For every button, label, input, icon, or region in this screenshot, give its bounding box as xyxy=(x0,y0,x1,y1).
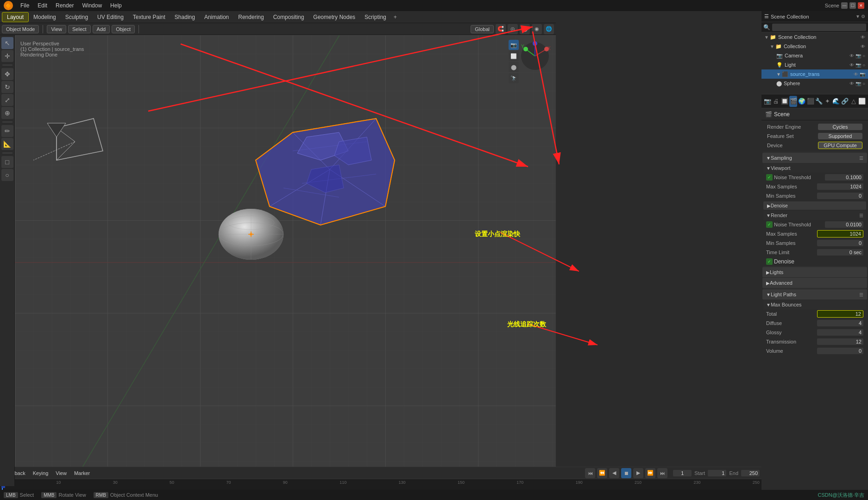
viewport-noise-value[interactable]: 0.1000 xyxy=(825,174,863,181)
diffuse-value[interactable]: 4 xyxy=(817,320,863,326)
view-menu[interactable]: View xyxy=(47,25,66,33)
end-frame-input[interactable]: 250 xyxy=(741,470,760,476)
outliner-item-source-trans[interactable]: ▼ ⬛ source_trans 👁 📷 xyxy=(761,69,868,79)
tab-scripting[interactable]: Scripting xyxy=(360,12,391,22)
prop-tab-world[interactable]: 🌍 xyxy=(798,96,806,107)
outliner-options-button[interactable]: ⚙ xyxy=(861,14,865,19)
outliner-search-input[interactable] xyxy=(772,24,866,31)
total-value[interactable]: 12 xyxy=(817,310,863,318)
tab-layout[interactable]: Layout xyxy=(2,12,29,22)
render-max-samples-value[interactable]: 1024 xyxy=(817,230,863,238)
render-noise-value[interactable]: 0.0100 xyxy=(825,221,863,228)
sampling-section-header[interactable]: ▼ Sampling ☰ xyxy=(762,153,867,163)
cursor-tool[interactable]: ✛ xyxy=(1,50,13,62)
timeline-track[interactable]: 1 10 30 50 70 90 110 130 150 170 190 210… xyxy=(0,479,761,490)
scale-tool[interactable]: ⤢ xyxy=(1,94,13,106)
glossy-value[interactable]: 4 xyxy=(817,329,863,336)
visibility-icon2[interactable]: 👁 xyxy=(861,44,865,49)
feature-set-dropdown[interactable]: Supported xyxy=(818,133,862,139)
sphere-visibility[interactable]: 👁 📷 ○ xyxy=(849,81,865,86)
camera-visibility[interactable]: 👁 📷 ○ xyxy=(849,53,865,58)
outliner-item-camera[interactable]: 📷 Camera 👁 📷 ○ xyxy=(761,51,868,60)
viewport-noise-checkbox[interactable]: ✓ xyxy=(766,174,773,181)
outliner-item-sphere[interactable]: ⬤ Sphere 👁 📷 ○ xyxy=(761,79,868,88)
viewport-min-samples-value[interactable]: 0 xyxy=(817,193,863,199)
tab-rendering[interactable]: Rendering xyxy=(233,12,268,22)
viewport-shading2[interactable]: ⬤ xyxy=(509,62,519,72)
tab-shading[interactable]: Shading xyxy=(170,12,200,22)
tab-animation[interactable]: Animation xyxy=(200,12,233,22)
start-frame-input[interactable]: 1 xyxy=(708,470,726,476)
step-back-button[interactable]: ⏪ xyxy=(597,468,607,478)
select-box-tool[interactable]: ↖ xyxy=(1,37,13,49)
prop-tab-scene[interactable]: 🎬 xyxy=(789,96,798,107)
zoom-in-button[interactable]: 🔭 xyxy=(509,73,519,83)
object-menu[interactable]: Object xyxy=(112,25,135,33)
window-menu[interactable]: Window xyxy=(78,1,106,10)
max-bounces-header[interactable]: ▼ Max Bounces xyxy=(763,300,866,309)
outliner-item-scene-collection[interactable]: ▼ 📁 Scene Collection 👁 xyxy=(761,32,868,42)
render-noise-checkbox[interactable]: ✓ xyxy=(766,221,773,228)
viewport-max-samples-value[interactable]: 1024 xyxy=(817,183,863,190)
tab-compositing[interactable]: Compositing xyxy=(269,12,309,22)
prop-tab-material[interactable]: ⬜ xyxy=(858,96,866,107)
mode-dropdown[interactable]: Object Mode xyxy=(2,25,39,33)
denoise-viewport-header[interactable]: ▶ Denoise xyxy=(763,201,866,210)
render-min-samples-value[interactable]: 0 xyxy=(817,240,863,246)
add-sphere-tool[interactable]: ○ xyxy=(1,169,13,181)
denoise-render-checkbox[interactable]: ✓ xyxy=(766,258,773,265)
tab-texture-paint[interactable]: Texture Paint xyxy=(128,12,170,22)
keying-button[interactable]: Keying xyxy=(30,469,51,477)
tab-modeling[interactable]: Modeling xyxy=(29,12,61,22)
play-button[interactable]: ▶ xyxy=(633,468,643,478)
rotate-tool[interactable]: ↻ xyxy=(1,81,13,93)
viewport-shading-solid[interactable]: ⬤ xyxy=(520,24,530,34)
prop-tab-object[interactable]: ⬛ xyxy=(806,96,815,107)
render-time-limit-value[interactable]: 0 sec xyxy=(817,249,863,256)
light-visibility[interactable]: 👁 📷 ○ xyxy=(849,62,865,68)
transform-tool[interactable]: ⊕ xyxy=(1,107,13,119)
prop-tab-output[interactable]: 🖨 xyxy=(772,96,780,107)
render-engine-dropdown[interactable]: Cycles xyxy=(818,124,862,130)
device-dropdown[interactable]: GPU Compute xyxy=(818,142,862,149)
play-back-button[interactable]: ◀ xyxy=(609,468,619,478)
measure-tool[interactable]: 📐 xyxy=(1,138,13,150)
outliner-item-collection[interactable]: ▼ 📁 Collection 👁 xyxy=(761,42,868,51)
render-options-icon[interactable]: ☰ xyxy=(859,213,863,218)
proportional-edit[interactable]: ◎ xyxy=(508,24,518,34)
view-button[interactable]: View xyxy=(53,469,69,477)
tab-sculpting[interactable]: Sculpting xyxy=(61,12,93,22)
prop-tab-render[interactable]: 📷 xyxy=(763,96,772,107)
prop-tab-physics[interactable]: 🌊 xyxy=(832,96,841,107)
prop-tab-view-layer[interactable]: 🔲 xyxy=(780,96,789,107)
jump-end-button[interactable]: ⏭ xyxy=(657,468,667,478)
prop-tab-data[interactable]: △ xyxy=(849,96,858,107)
edit-menu[interactable]: Edit xyxy=(34,1,51,10)
sampling-options-icon[interactable]: ☰ xyxy=(859,156,863,161)
prop-tab-particles[interactable]: ✦ xyxy=(824,96,832,107)
annotate-tool[interactable]: ✏ xyxy=(1,125,13,137)
help-menu[interactable]: Help xyxy=(107,1,126,10)
close-button[interactable]: ✕ xyxy=(858,2,864,9)
transmission-value[interactable]: 12 xyxy=(817,338,863,345)
render-subsection-header[interactable]: ▼ Render ☰ xyxy=(763,211,866,220)
viewport-3d[interactable]: User Perspective (1) Collection | source… xyxy=(15,35,556,490)
render-menu[interactable]: Render xyxy=(52,1,77,10)
snap-toggle[interactable]: 🧲 xyxy=(496,24,506,34)
add-menu[interactable]: Add xyxy=(93,25,110,33)
add-workspace-button[interactable]: + xyxy=(391,13,400,21)
file-menu[interactable]: File xyxy=(17,1,33,10)
step-forward-button[interactable]: ⏩ xyxy=(645,468,655,478)
visibility-icon[interactable]: 👁 xyxy=(861,35,865,40)
viewport-shading-material[interactable]: ◉ xyxy=(532,24,542,34)
move-tool[interactable]: ✥ xyxy=(1,68,13,80)
outliner-item-light[interactable]: 💡 Light 👁 📷 ○ xyxy=(761,60,868,69)
marker-button[interactable]: Marker xyxy=(71,469,93,477)
jump-start-button[interactable]: ⏮ xyxy=(585,468,595,478)
camera-view-button[interactable]: 📷 xyxy=(509,40,519,50)
light-paths-options-icon[interactable]: ☰ xyxy=(859,292,863,297)
minimize-button[interactable]: — xyxy=(841,2,848,9)
outliner-filter-button[interactable]: ▼ xyxy=(855,14,860,19)
prop-tab-constraints[interactable]: 🔗 xyxy=(841,96,849,107)
prop-tab-modifier[interactable]: 🔧 xyxy=(815,96,823,107)
